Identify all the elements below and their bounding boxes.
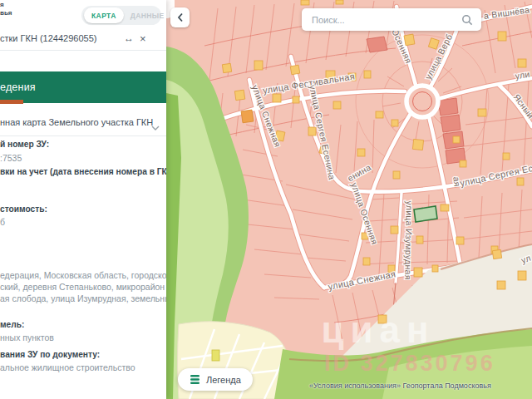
chevron-left-icon — [177, 12, 184, 22]
logo-line-1: я — [0, 1, 12, 9]
info-sidebar: я вья КАРТА ДАННЫЕ стки ГКН (1244296055)… — [0, 0, 166, 399]
logo-line-2: вья — [0, 9, 12, 17]
logo: я вья — [0, 1, 12, 17]
layers-icon — [190, 374, 200, 385]
cost-label: стоимость: — [0, 204, 47, 214]
permitted-use-value: альное жилищное строительство — [0, 362, 135, 372]
cadastral-number-value: :7535 — [0, 153, 22, 163]
section-header: едения — [0, 71, 166, 103]
land-category-label: мель: — [0, 320, 24, 329]
active-section-indicator — [0, 100, 23, 104]
divider — [0, 135, 166, 136]
street-label: ая — [451, 176, 462, 187]
card-selector[interactable]: нная карта Земельного участка ГКН — [0, 117, 153, 127]
search-icon[interactable] — [461, 14, 473, 26]
address-line: ский, деревня Степаньково, микрорайон — [0, 282, 165, 292]
legend-button-label: Легенда — [206, 375, 241, 385]
expand-panel-icon[interactable]: ↔ — [124, 32, 134, 44]
selected-parcel[interactable] — [414, 206, 437, 222]
section-header-label: едения — [0, 81, 36, 93]
cadastral-number-label: й номер ЗУ: — [0, 140, 49, 149]
tab-dannye[interactable]: ДАННЫЕ — [124, 12, 166, 20]
registration-date-label: вки на учет (дата внесения номера в ГКН)… — [0, 167, 166, 176]
map-canvas[interactable]: улица Фестивальная улица Снежная улица С… — [166, 0, 532, 399]
cost-value: б — [0, 217, 5, 227]
address-line: едерация, Московская область, городской — [0, 270, 166, 280]
legend-button[interactable]: Легенда — [178, 368, 253, 391]
land-category-value: нных пунктов — [0, 332, 54, 342]
permitted-use-label: вания ЗУ по документу: — [0, 350, 100, 359]
view-toggle: КАРТА ДАННЫЕ — [81, 6, 161, 25]
close-panel-icon[interactable]: × — [140, 32, 146, 45]
watermark-id: ID 327830796 — [324, 351, 495, 376]
address-line: ая слобода, улица Изумрудная, земельный — [0, 293, 166, 303]
watermark-brand: циан — [321, 309, 435, 350]
tab-karta[interactable]: КАРТА — [84, 7, 124, 23]
street-label: ули — [515, 69, 530, 81]
street-label: улица Изумрудная — [403, 200, 415, 279]
panel-title: стки ГКН (1244296055) — [0, 33, 96, 43]
geoportal-app: я вья КАРТА ДАННЫЕ стки ГКН (1244296055)… — [0, 0, 532, 399]
search-bar — [302, 8, 481, 31]
search-input[interactable] — [310, 14, 461, 26]
collapse-sidebar-button[interactable] — [170, 7, 190, 27]
chevron-down-icon[interactable] — [151, 120, 160, 135]
map-attribution[interactable]: «Условия использования» Геопортала Подмо… — [309, 382, 491, 390]
map-area: улица Фестивальная улица Снежная улица С… — [166, 0, 532, 399]
divider — [0, 50, 166, 51]
